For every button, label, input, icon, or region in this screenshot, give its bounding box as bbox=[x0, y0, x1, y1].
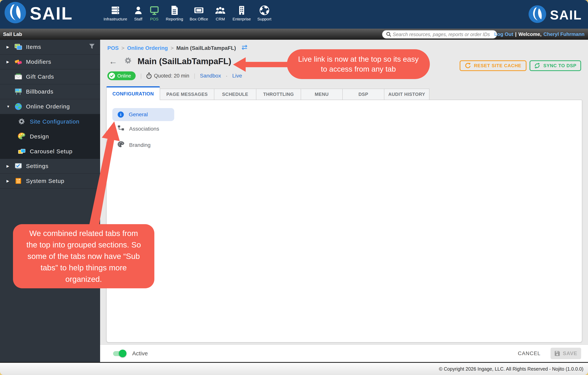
sail-logo-icon bbox=[5, 2, 26, 25]
app-window: SAIL Infrastructure Staff POS Reporting … bbox=[0, 0, 588, 375]
swap-icon[interactable] bbox=[241, 45, 248, 51]
tab-page-messages[interactable]: PAGE MESSAGES bbox=[160, 89, 214, 100]
tab-menu[interactable]: MENU bbox=[301, 89, 343, 100]
nav-item-pos[interactable]: POS bbox=[149, 5, 159, 21]
breadcrumb-pos[interactable]: POS bbox=[107, 45, 119, 51]
gear-icon bbox=[124, 57, 132, 66]
user-area: Log Out | Welcome, Cheryl Fuhrmann bbox=[494, 29, 585, 40]
sail-logo-right: SAIL bbox=[529, 5, 582, 24]
info-icon: i bbox=[118, 112, 124, 118]
reset-site-cache-button[interactable]: RESET SITE CACHE bbox=[460, 60, 526, 71]
tab-throttling[interactable]: THROTTLING bbox=[256, 89, 301, 100]
sync-to-dsp-button[interactable]: SYNC TO DSP bbox=[530, 60, 581, 71]
quoted-time: Quoted: 20 min bbox=[146, 73, 189, 79]
active-label: Active bbox=[132, 350, 148, 357]
nav-item-support[interactable]: Support bbox=[257, 5, 272, 21]
log-out-link[interactable]: Log Out bbox=[494, 31, 513, 37]
tab-audit-history[interactable]: AUDIT HISTORY bbox=[384, 89, 430, 100]
nav-item-box-office[interactable]: Box Office bbox=[190, 5, 208, 21]
cancel-button[interactable]: CANCEL bbox=[518, 351, 541, 356]
sitemap-icon bbox=[118, 125, 124, 132]
system-setup-icon bbox=[14, 177, 22, 185]
sidebar-item-carousel-setup[interactable]: Carousel Setup bbox=[0, 144, 100, 159]
sidebar-item-design[interactable]: Design bbox=[0, 129, 100, 144]
subtab-associations[interactable]: Associations bbox=[118, 125, 159, 132]
caret-right-icon[interactable]: ▶ bbox=[7, 60, 9, 64]
sidebar-item-modifiers[interactable]: ▶ Modifiers bbox=[0, 55, 100, 70]
caret-right-icon[interactable]: ▶ bbox=[7, 45, 9, 49]
breadcrumb-current: Main (SailLabTampaFL) bbox=[176, 45, 236, 51]
gift-cards-icon bbox=[14, 73, 22, 81]
sidebar-item-online-ordering[interactable]: ▼ Online Ordering bbox=[0, 99, 100, 114]
sail-logo-icon bbox=[529, 5, 546, 24]
tab-content-panel: i General Associations Branding bbox=[106, 100, 582, 343]
status-row: Online | Quoted: 20 min | Sandbox · Live bbox=[107, 71, 242, 80]
refresh-icon bbox=[465, 63, 471, 69]
lab-name: Sail Lab bbox=[0, 31, 22, 37]
top-nav: SAIL Infrastructure Staff POS Reporting … bbox=[0, 0, 588, 29]
caret-down-icon[interactable]: ▼ bbox=[7, 105, 10, 109]
palette-icon bbox=[118, 141, 124, 149]
live-link[interactable]: Live bbox=[232, 73, 242, 79]
brand-text: SAIL bbox=[550, 8, 582, 22]
nav-item-staff[interactable]: Staff bbox=[134, 5, 143, 21]
servers-icon bbox=[110, 5, 120, 15]
sidebar-item-items[interactable]: ▶ Items bbox=[0, 40, 100, 55]
document-icon bbox=[170, 5, 178, 15]
copyright-bar: © Copyright 2026 Ingage, LLC. All Rights… bbox=[0, 362, 588, 375]
subtab-general[interactable]: i General bbox=[112, 108, 174, 121]
subtab-branding[interactable]: Branding bbox=[118, 141, 150, 149]
title-row: ← Main (SailLabTampaFL) bbox=[109, 56, 231, 66]
life-ring-icon bbox=[259, 5, 269, 15]
search-placeholder: Search resources, pages, reports or orde… bbox=[391, 32, 497, 37]
sidebar: ▶ Items ▶ Modifiers Gift Cards Billboard… bbox=[0, 40, 100, 362]
copyright-text: © Copyright 2026 Ingage, LLC. All Rights… bbox=[439, 366, 583, 372]
nav-item-crm[interactable]: CRM bbox=[215, 5, 226, 21]
tab-schedule[interactable]: SCHEDULE bbox=[214, 89, 256, 100]
breadcrumb-online-ordering[interactable]: Online Ordering bbox=[127, 45, 168, 51]
search-input[interactable]: Search resources, pages, reports or orde… bbox=[382, 30, 497, 39]
tab-dsp[interactable]: DSP bbox=[342, 89, 384, 100]
ticket-icon bbox=[193, 5, 204, 15]
tab-configuration[interactable]: CONFIGURATION bbox=[106, 86, 160, 100]
nav-item-infrastructure[interactable]: Infrastructure bbox=[104, 5, 127, 21]
sidebar-item-billboards[interactable]: Billboards bbox=[0, 84, 100, 99]
save-icon bbox=[554, 351, 560, 356]
person-icon bbox=[134, 5, 143, 15]
sail-logo[interactable]: SAIL bbox=[5, 2, 73, 25]
sandbox-link[interactable]: Sandbox bbox=[200, 73, 221, 79]
items-icon bbox=[14, 43, 22, 51]
caret-right-icon[interactable]: ▶ bbox=[7, 179, 9, 183]
status-badge: Online bbox=[107, 71, 136, 80]
billboards-icon bbox=[14, 88, 22, 95]
carousel-icon bbox=[18, 148, 26, 155]
sidebar-item-gift-cards[interactable]: Gift Cards bbox=[0, 70, 100, 84]
sidebar-item-site-configuration[interactable]: Site Configuration bbox=[0, 114, 100, 129]
arrow-to-live-link bbox=[233, 57, 289, 72]
building-icon bbox=[237, 5, 246, 15]
people-icon bbox=[215, 5, 226, 15]
active-toggle[interactable] bbox=[113, 350, 127, 357]
breadcrumb: POS > Online Ordering > Main (SailLabTam… bbox=[107, 45, 248, 51]
monitor-icon bbox=[149, 5, 159, 15]
palette-icon bbox=[18, 133, 26, 140]
stopwatch-icon bbox=[146, 73, 152, 79]
nav-item-enterprise[interactable]: Enterprise bbox=[232, 5, 251, 21]
tab-row: PAGE MESSAGES SCHEDULE THROTTLING MENU D… bbox=[160, 89, 430, 100]
sidebar-item-settings[interactable]: ▶ Settings bbox=[0, 159, 100, 174]
save-button[interactable]: SAVE bbox=[551, 348, 581, 359]
globe-icon bbox=[14, 103, 22, 110]
main-region: ▶ Items ▶ Modifiers Gift Cards Billboard… bbox=[0, 40, 588, 362]
search-icon bbox=[386, 32, 391, 37]
settings-checkbox-icon bbox=[14, 162, 22, 170]
callout-live-link: Live link is now at the top so its easy … bbox=[287, 49, 430, 79]
filter-icon[interactable] bbox=[89, 44, 95, 50]
welcome-text: Welcome, bbox=[518, 31, 542, 37]
gear-icon bbox=[18, 118, 26, 125]
brand-text: SAIL bbox=[30, 3, 73, 23]
user-name-link[interactable]: Cheryl Fuhrmann bbox=[544, 31, 585, 37]
back-arrow-icon[interactable]: ← bbox=[109, 57, 117, 65]
nav-item-reporting[interactable]: Reporting bbox=[166, 5, 183, 21]
sidebar-item-system-setup[interactable]: ▶ System Setup bbox=[0, 174, 100, 189]
caret-right-icon[interactable]: ▶ bbox=[7, 164, 9, 168]
